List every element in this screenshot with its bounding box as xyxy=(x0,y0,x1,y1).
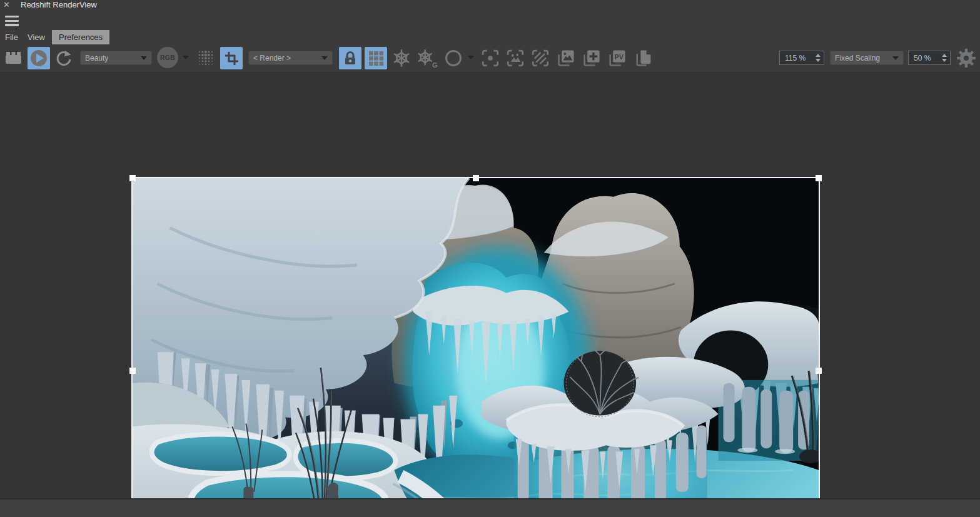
scaling-dropdown[interactable]: Fixed Scaling xyxy=(830,51,904,65)
snapshot-image-icon[interactable] xyxy=(555,48,577,69)
menu-view[interactable]: View xyxy=(28,33,45,42)
region-image-icon[interactable] xyxy=(505,48,525,68)
bucket-grid-button[interactable] xyxy=(365,47,387,69)
freeze-geometry-icon[interactable]: G xyxy=(416,48,438,69)
render-image xyxy=(133,178,819,517)
spinner-arrows-icon[interactable] xyxy=(816,54,821,62)
render-image-frame[interactable]: Frame 12: 2021-05-18 11:51:49 (1m:19s) xyxy=(131,177,820,517)
ring-icon[interactable] xyxy=(443,48,464,68)
chevron-down-icon xyxy=(141,56,147,60)
camera-dropdown-value: < Render > xyxy=(253,54,291,63)
gear-icon[interactable] xyxy=(956,48,977,69)
selection-handle-middle-right[interactable] xyxy=(816,368,822,374)
scaling-dropdown-value: Fixed Scaling xyxy=(835,54,880,63)
hamburger-icon[interactable] xyxy=(5,16,19,26)
restart-render-icon[interactable] xyxy=(54,49,73,68)
bottom-bar xyxy=(0,498,980,517)
zoom-value: 115 % xyxy=(785,54,806,63)
pv-label: PV xyxy=(614,53,624,61)
zoom-input[interactable]: 115 % xyxy=(779,51,824,65)
snapshot-add-icon[interactable] xyxy=(581,48,602,69)
ring-chevron-down-icon[interactable] xyxy=(468,56,474,59)
camera-dropdown[interactable]: < Render > xyxy=(248,51,333,65)
aov-dropdown-value: Beauty xyxy=(85,54,108,63)
region-diagonal-icon[interactable] xyxy=(530,48,550,68)
chevron-down-icon xyxy=(892,56,899,60)
menu-file[interactable]: File xyxy=(5,33,18,42)
header: ✕ Redshift RenderView File View Preferen… xyxy=(0,0,980,73)
scale-input[interactable]: 50 % xyxy=(908,51,951,65)
clapper-icon[interactable] xyxy=(4,49,24,68)
freeze-g-label: G xyxy=(432,61,438,68)
crop-region-button[interactable] xyxy=(220,47,243,69)
rgb-channel-button[interactable]: RGB xyxy=(157,47,178,68)
scale-value: 50 % xyxy=(914,54,931,63)
copy-icon[interactable] xyxy=(633,48,654,69)
close-icon[interactable]: ✕ xyxy=(3,0,10,9)
play-button[interactable] xyxy=(28,47,50,69)
picture-viewer-icon[interactable]: PV xyxy=(607,48,628,69)
window-title: Redshift RenderView xyxy=(21,0,97,9)
viewport-background: Frame 12: 2021-05-18 11:51:49 (1m:19s) xyxy=(0,73,980,498)
selection-handle-middle-left[interactable] xyxy=(129,368,136,374)
lock-button[interactable] xyxy=(339,47,361,69)
aov-dropdown[interactable]: Beauty xyxy=(80,51,152,65)
selection-handle-top-center[interactable] xyxy=(473,175,479,181)
chevron-down-icon xyxy=(321,56,328,60)
redshift-renderview-window: ✕ Redshift RenderView File View Preferen… xyxy=(0,0,980,517)
spinner-arrows-icon[interactable] xyxy=(942,54,947,62)
rgb-label: RGB xyxy=(160,54,175,61)
freeze-icon[interactable] xyxy=(391,48,412,69)
selection-handle-top-right[interactable] xyxy=(816,175,822,181)
menu-preferences[interactable]: Preferences xyxy=(52,30,109,44)
dither-icon[interactable] xyxy=(198,50,214,66)
selection-handle-top-left[interactable] xyxy=(129,175,136,181)
focus-pixel-icon[interactable] xyxy=(480,48,500,68)
rgb-chevron-down-icon[interactable] xyxy=(183,56,189,59)
